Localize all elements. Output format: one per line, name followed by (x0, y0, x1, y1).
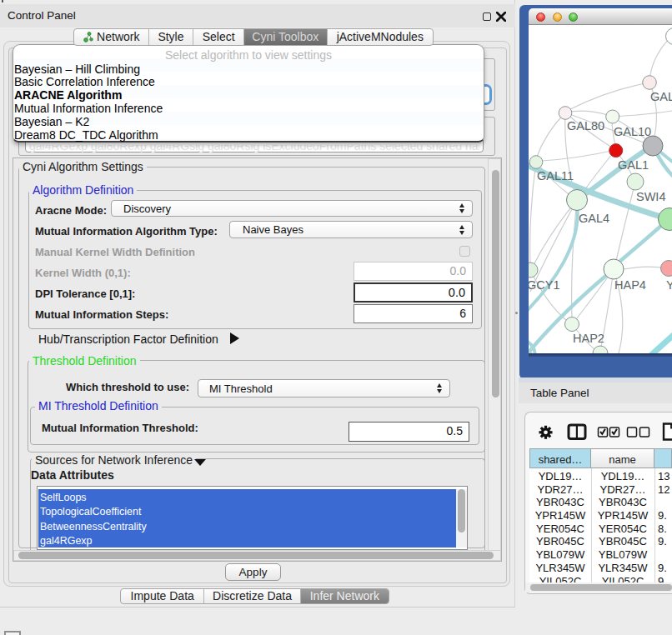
svg-text:GAL10: GAL10 (614, 125, 651, 138)
svg-text:HAP4: HAP4 (614, 278, 646, 292)
svg-text:GAL1: GAL1 (618, 158, 649, 172)
svg-text:SWI4: SWI4 (636, 190, 665, 203)
svg-text:GAL80: GAL80 (567, 119, 604, 132)
svg-text:GCY1: GCY1 (529, 278, 560, 292)
svg-text:GAL11: GAL11 (537, 169, 574, 182)
svg-text:Y: Y (666, 278, 672, 292)
svg-text:GAL4: GAL4 (579, 212, 609, 225)
svg-text:GAL: GAL (650, 90, 672, 103)
svg-text:HAP2: HAP2 (573, 332, 604, 345)
